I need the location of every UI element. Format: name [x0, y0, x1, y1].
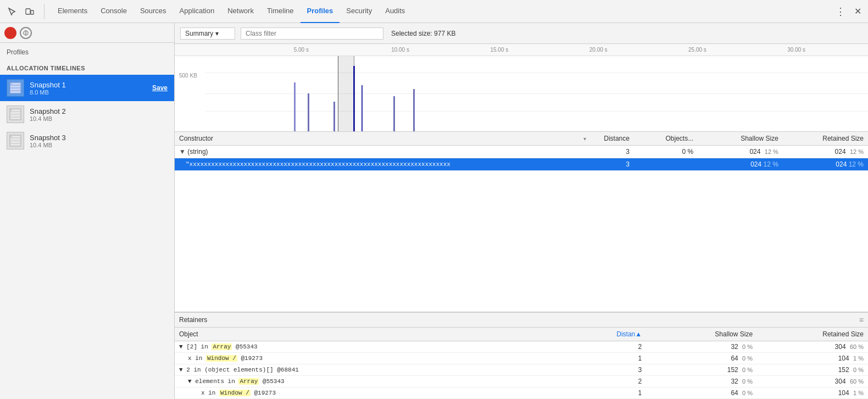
- th-retainer-retained[interactable]: Retained Size: [757, 328, 868, 341]
- retainer-dist-3: 3: [591, 364, 646, 376]
- th-shallow-size[interactable]: Shallow Size: [698, 132, 783, 146]
- table-row-xstring[interactable]: "xxxxxxxxxxxxxxxxxxxxxxxxxxxxxxxxxxxxxxx…: [175, 158, 868, 171]
- snapshot-item-2[interactable]: % Snapshot 2 10.4 MB: [0, 101, 174, 128]
- svg-text:%: %: [10, 109, 12, 112]
- constructor-table-container: Constructor ▾ Distance Objects... Shallo…: [175, 132, 868, 171]
- retainer-suffix-2: @19273: [237, 355, 263, 362]
- retainer-retained-5: 104 1 %: [757, 387, 868, 399]
- retainer-shallow-5: 64 0 %: [646, 387, 757, 399]
- retainers-table: Object Distan▲ Shallow Size Retained Siz…: [175, 328, 868, 399]
- tab-audits[interactable]: Audits: [379, 0, 411, 23]
- dropdown-arrow-icon: ▾: [215, 30, 219, 37]
- retainer-retained-1: 304 60 %: [757, 341, 868, 353]
- retainers-header: Retainers ≡: [175, 313, 868, 328]
- sidebar: Profiles ALLOCATION TIMELINES % Snapshot…: [0, 23, 175, 399]
- summary-label: Summary: [185, 30, 213, 37]
- toolbar-divider: [44, 4, 44, 19]
- constructor-table: Constructor ▾ Distance Objects... Shallo…: [175, 132, 868, 171]
- snapshot-item-1[interactable]: % Snapshot 1 8.0 MB Save: [0, 75, 174, 101]
- retainer-obj-3: ▼ 2 in (object elements)[] @68841: [175, 364, 591, 376]
- retainer-obj-5: x in Window / @19273: [175, 387, 591, 399]
- bar-5: [361, 85, 363, 132]
- expand-arrow-string: ▼: [179, 148, 187, 156]
- summary-dropdown[interactable]: Summary ▾: [180, 27, 235, 40]
- main-container: Profiles ALLOCATION TIMELINES % Snapshot…: [0, 23, 868, 399]
- retainer-shallow-2: 64 0 %: [646, 353, 757, 364]
- svg-text:%: %: [10, 136, 12, 138]
- svg-rect-0: [26, 9, 30, 14]
- retainer-suffix-5: @19273: [251, 390, 276, 396]
- device-toolbar-icon[interactable]: [22, 4, 37, 19]
- nav-tabs: Elements Console Sources Application Net…: [51, 0, 829, 23]
- retainer-obj-2: x in Window / @19273: [175, 353, 591, 364]
- tab-profiles[interactable]: Profiles: [301, 0, 340, 23]
- sidebar-title: Profiles: [0, 43, 174, 62]
- retained-xstring: 024 12 %: [783, 158, 868, 171]
- retainer-retained-4: 304 60 %: [757, 376, 868, 387]
- table-row-string[interactable]: ▼ (string) 3 0 % 024 12 % 024 12 %: [175, 146, 868, 158]
- ruler-10s: 10.00 s: [391, 47, 409, 53]
- sort-up-icon: ▲: [635, 330, 642, 338]
- save-button[interactable]: Save: [152, 84, 168, 92]
- snapshot-icon-3: %: [7, 132, 24, 149]
- cursor-icon[interactable]: [4, 4, 20, 19]
- retainer-prefix-5: x in: [201, 390, 219, 396]
- snapshot-size-2: 10.4 MB: [30, 115, 168, 122]
- retainer-highlight-4: Array: [238, 378, 259, 385]
- record-button[interactable]: [4, 27, 16, 39]
- empty-area: [175, 171, 868, 312]
- profile-toolbar: Summary ▾ Selected size: 977 KB: [175, 23, 868, 44]
- tab-application[interactable]: Application: [173, 0, 221, 23]
- retainer-prefix-2: x in: [188, 355, 206, 362]
- tab-network[interactable]: Network: [221, 0, 260, 23]
- class-filter-input[interactable]: [241, 27, 383, 40]
- grid-line-2: [205, 93, 868, 94]
- tab-sources[interactable]: Sources: [133, 0, 173, 23]
- tab-timeline[interactable]: Timeline: [260, 0, 301, 23]
- th-constructor[interactable]: Constructor ▾: [175, 132, 591, 146]
- stop-button[interactable]: [20, 27, 32, 39]
- retainer-row-1[interactable]: ▼ [2] in Array @55343 2 32 0 % 304 60 %: [175, 341, 868, 353]
- scrollbar-icon: ≡: [859, 315, 864, 324]
- constructor-sort-icon: ▾: [583, 136, 586, 142]
- retainer-row-3[interactable]: ▼ 2 in (object elements)[] @68841 3 152 …: [175, 364, 868, 376]
- bar-3: [333, 102, 335, 132]
- retainer-obj-1: ▼ [2] in Array @55343: [175, 341, 591, 353]
- snapshot-list: % Snapshot 1 8.0 MB Save % Snapshot 2 10…: [0, 75, 174, 154]
- bar-4: [353, 66, 355, 132]
- th-retainer-distance[interactable]: Distan▲: [591, 328, 646, 341]
- snapshot-size-1: 8.0 MB: [30, 89, 147, 96]
- retainer-shallow-3: 152 0 %: [646, 364, 757, 376]
- close-devtools-button[interactable]: ✕: [852, 4, 864, 19]
- selection-overlay: [338, 56, 354, 132]
- snapshot-size-3: 10.4 MB: [30, 142, 168, 148]
- retainer-highlight-1: Array: [212, 343, 232, 350]
- tab-console[interactable]: Console: [94, 0, 133, 23]
- retainer-prefix-4: ▼ elements in: [188, 378, 238, 385]
- more-options-button[interactable]: ⋮: [833, 3, 848, 20]
- th-retainer-shallow[interactable]: Shallow Size: [646, 328, 757, 341]
- tab-security[interactable]: Security: [340, 0, 379, 23]
- retainer-suffix-1: @55343: [232, 343, 257, 350]
- th-object[interactable]: Object: [175, 328, 591, 341]
- retainer-shallow-1: 32 0 %: [646, 341, 757, 353]
- snapshot-icon-2: %: [7, 106, 24, 123]
- bar-1: [294, 82, 296, 132]
- th-distance[interactable]: Distance: [591, 132, 634, 146]
- snapshot-name-3: Snapshot 3: [30, 134, 168, 142]
- th-retained-size[interactable]: Retained Size: [783, 132, 868, 146]
- svg-text:%: %: [10, 83, 12, 85]
- retainer-arrow-1: ▼ [2] in: [179, 343, 212, 350]
- th-objects[interactable]: Objects...: [634, 132, 698, 146]
- ruler-25s: 25.00 s: [688, 47, 706, 53]
- distance-string: 3: [591, 146, 634, 158]
- grid-line-1: [205, 73, 868, 73]
- tab-elements[interactable]: Elements: [51, 0, 94, 23]
- xstring-value: "xxxxxxxxxxxxxxxxxxxxxxxxxxxxxxxxxxxxxxx…: [186, 161, 450, 168]
- retainer-row-5[interactable]: x in Window / @19273 1 64 0 % 104 1 %: [175, 387, 868, 399]
- y-axis-label: 500 KB: [179, 73, 197, 79]
- retainer-highlight-2: Window /: [206, 355, 237, 362]
- retainer-row-4[interactable]: ▼ elements in Array @55343 2 32 0 % 304 …: [175, 376, 868, 387]
- snapshot-item-3[interactable]: % Snapshot 3 10.4 MB: [0, 128, 174, 154]
- retainer-row-2[interactable]: x in Window / @19273 1 64 0 % 104 1 %: [175, 353, 868, 364]
